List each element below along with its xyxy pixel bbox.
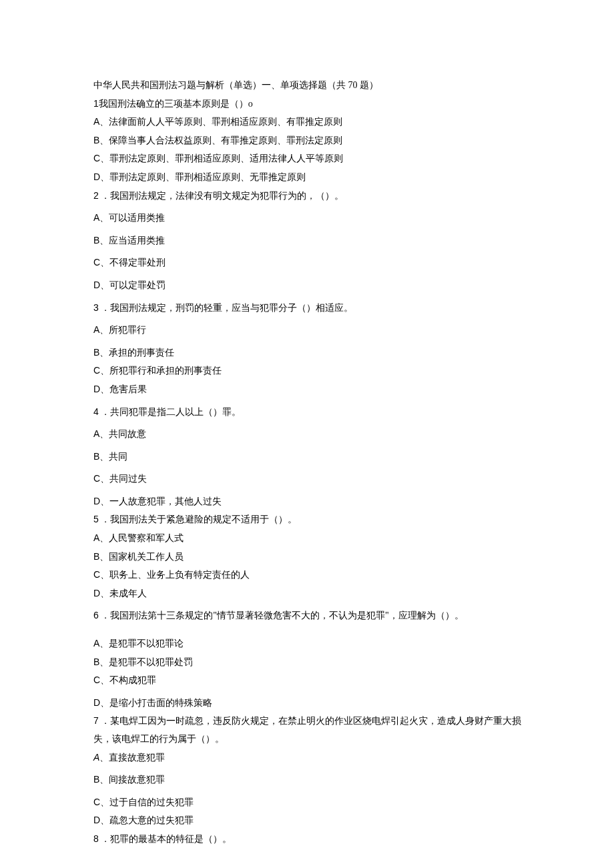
option-6-c: C、不构成犯罪 <box>93 671 527 690</box>
option-1-d: D、罪刑法定原则、罪刑相适应原则、无罪推定原则 <box>93 168 527 187</box>
option-7-c: C、过于自信的过失犯罪 <box>93 793 527 812</box>
option-7-b: B、间接故意犯罪 <box>93 771 527 789</box>
document-header: 中华人民共和国刑法习题与解析（单选）一、单项选择题（共 70 题） <box>93 77 527 95</box>
question-8: 8 ．犯罪的最基本的特征是（）。 <box>93 830 527 849</box>
option-1-b: B、保障当事人合法权益原则、有罪推定原则、罪刑法定原则 <box>93 131 527 150</box>
option-7-a: A、直接故意犯罪 <box>93 749 527 767</box>
option-5-b: B、国家机关工作人员 <box>93 548 527 566</box>
question-4: 4 ．共同犯罪是指二人以上（）罪。 <box>93 403 527 422</box>
option-1-a: A、法律面前人人平等原则、罪刑相适应原则、有罪推定原则 <box>93 113 527 131</box>
option-2-a: A、可以适用类推 <box>93 209 527 228</box>
option-6-d: D、是缩小打击面的特殊策略 <box>93 694 527 713</box>
option-3-b: B、承担的刑事责任 <box>93 344 527 362</box>
option-2-d: D、可以定罪处罚 <box>93 276 527 295</box>
question-2: 2 ．我国刑法规定，法律没有明文规定为犯罪行为的，（）。 <box>93 187 527 205</box>
option-3-d: D、危害后果 <box>93 380 527 399</box>
option-5-a: A、人民警察和军人式 <box>93 529 527 548</box>
question-3: 3 ．我国刑法规定，刑罚的轻重，应当与犯罪分子（）相适应。 <box>93 299 527 318</box>
option-4-c: C、共同过失 <box>93 470 527 488</box>
option-6-a: A、是犯罪不以犯罪论 <box>93 634 527 653</box>
question-1: 1我国刑法确立的三项基本原则是（）o <box>93 95 527 113</box>
option-3-c: C、所犯罪行和承担的刑事责任 <box>93 362 527 380</box>
option-4-d: D、一人故意犯罪，其他人过失 <box>93 492 527 511</box>
question-5: 5 ．我国刑法关于紧急避险的规定不适用于（）。 <box>93 510 527 529</box>
option-4-b: B、共同 <box>93 448 527 466</box>
option-1-c: C、罪刑法定原则、罪刑相适应原则、适用法律人人平等原则 <box>93 149 527 168</box>
option-2-c: C、不得定罪处刑 <box>93 254 527 272</box>
question-7: 7 ．某电焊工因为一时疏忽，违反防火规定，在禁止明火的作业区烧电焊引起火灾，造成… <box>93 712 527 748</box>
option-2-b: B、应当适用类推 <box>93 232 527 250</box>
question-6: 6 ．我国刑法第十三条规定的"情节显著轻微危害不大的，不认为是犯罪"，应理解为（… <box>93 606 527 625</box>
option-4-a: A、共同故意 <box>93 425 527 444</box>
option-5-c: C、职务上、业务上负有特定责任的人 <box>93 566 527 584</box>
option-7-d: D、疏忽大意的过失犯罪 <box>93 811 527 830</box>
option-6-b: B、是犯罪不以犯罪处罚 <box>93 653 527 672</box>
option-3-a: A、所犯罪行 <box>93 321 527 340</box>
option-5-d: D、未成年人 <box>93 584 527 603</box>
